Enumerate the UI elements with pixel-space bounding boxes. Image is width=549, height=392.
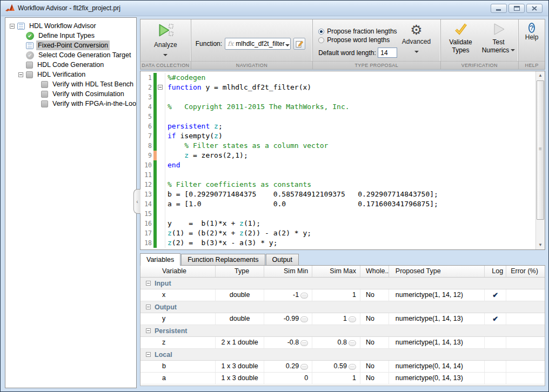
ellipsis-button[interactable]: ··· (300, 293, 308, 299)
code-line[interactable]: 12% Filter coefficients as constants (140, 180, 535, 190)
maximize-button[interactable] (508, 4, 525, 13)
scroll-down-icon[interactable]: ▼ (536, 241, 545, 249)
tree-item[interactable]: HDL Verification (5, 70, 136, 79)
tree-item[interactable]: Fixed-Point Conversion (5, 40, 136, 50)
log-cell[interactable]: ✔ (485, 313, 506, 325)
collapse-group-icon[interactable] (146, 328, 151, 333)
code-line[interactable]: 14a = [1.0 0.0 0.171600341796875]; (140, 199, 535, 209)
scrollbar-thumb[interactable] (537, 80, 544, 220)
tree-item[interactable]: ✔Define Input Types (5, 31, 136, 40)
code-line[interactable]: 3 (140, 92, 535, 102)
code-line[interactable]: 16y = b(1)*x + z(1); (140, 219, 535, 228)
tree-item[interactable]: Verify with FPGA-in-the-Loop (5, 99, 136, 109)
code-line[interactable]: 4% Copyright 2011-2015 The MathWorks, In… (140, 102, 535, 112)
table-row[interactable]: xdouble-1···1Nonumerictype(1, 14, 12)✔ (140, 289, 545, 301)
radio-selected-icon[interactable] (318, 29, 324, 35)
collapse-group-icon[interactable] (146, 281, 151, 286)
column-header[interactable]: Type (216, 266, 265, 277)
column-header[interactable]: Whole... (360, 266, 389, 277)
tree-item[interactable]: HDL Workflow Advisor (5, 21, 136, 31)
log-cell[interactable] (485, 337, 506, 348)
code-line[interactable]: 7if isempty(z) (140, 131, 535, 141)
tab-function-replacements[interactable]: Function Replacements (181, 254, 265, 265)
log-check-icon[interactable]: ✔ (492, 291, 498, 299)
validate-types-button[interactable]: Validate Types (442, 23, 480, 54)
expander-minus-icon[interactable] (10, 24, 15, 29)
code-line[interactable]: 1%#codegen (140, 73, 535, 83)
tree-item[interactable]: Verify with HDL Test Bench (5, 79, 136, 89)
edit-function-button[interactable] (293, 38, 305, 50)
code-line[interactable]: 9 z = zeros(2,1); (140, 151, 535, 160)
code-line[interactable]: 8 % Filter states as a column vector (140, 141, 535, 151)
ellipsis-button[interactable]: ··· (300, 316, 308, 322)
tree-item-label[interactable]: Verify with Cosimulation (51, 89, 126, 99)
column-header[interactable]: Log (485, 266, 506, 277)
advanced-button[interactable]: ⚙ Advanced (397, 23, 436, 55)
table-row[interactable]: b1 x 3 double0.29···0.59···Nonumerictype… (140, 361, 545, 373)
column-header[interactable]: Proposed Type (389, 266, 485, 277)
collapse-panel-button[interactable]: ‹ (133, 189, 140, 214)
column-header[interactable]: Error (%) (506, 266, 545, 277)
code-line[interactable]: 5 (140, 112, 535, 121)
column-header[interactable]: Sim Max (312, 266, 360, 277)
tab-output[interactable]: Output (266, 254, 299, 265)
ellipsis-button[interactable]: ··· (300, 364, 308, 370)
group-row-input[interactable]: Input (140, 278, 545, 289)
tree-item[interactable]: ✔Select Code Generation Target (5, 50, 136, 60)
group-row-output[interactable]: Output (140, 301, 545, 313)
radio-propose-word-lengths[interactable]: Propose word lengths (318, 36, 397, 44)
function-dropdown[interactable]: fx mlhdlc_df2t_filter (225, 38, 291, 50)
column-header[interactable]: Sim Min (264, 266, 312, 277)
code-line[interactable]: 13b = [0.29290771484375 0.58578491210937… (140, 190, 535, 199)
tree-item[interactable]: Verify with Cosimulation (5, 89, 136, 99)
collapse-group-icon[interactable] (146, 352, 151, 357)
tree-item-label[interactable]: HDL Workflow Advisor (28, 21, 98, 31)
tree-item-label[interactable]: Fixed-Point Conversion (36, 40, 110, 50)
table-row[interactable]: ydouble-0.99···1···Nonumerictype(1, 14, … (140, 313, 545, 325)
column-header[interactable]: Variable (140, 266, 216, 277)
default-word-length-input[interactable] (378, 48, 397, 58)
title-bar[interactable]: Workflow Advisor - flt2fix_project.prj (1, 1, 548, 16)
code-line[interactable]: 11 (140, 170, 535, 180)
test-numerics-button[interactable]: Test Numerics (480, 23, 518, 54)
code-line[interactable]: 18z(2) = b(3)*x - a(3) * y; (140, 238, 535, 248)
code-fold-icon[interactable] (157, 83, 165, 92)
ellipsis-button[interactable]: ··· (349, 364, 356, 370)
radio-unselected-icon[interactable] (318, 37, 324, 43)
code-line[interactable]: 15 (140, 209, 535, 219)
table-row[interactable]: z2 x 1 double-0.8···0.8···Nonumerictype(… (140, 337, 545, 349)
editor-vertical-scrollbar[interactable]: ▲ ▼ (535, 71, 545, 249)
code-line[interactable]: 17z(1) = (b(2)*x + z(2)) - a(2) * y; (140, 228, 535, 238)
analyze-button[interactable]: Analyze (140, 23, 191, 58)
code-lines[interactable]: 1%#codegen2function y = mlhdlc_df2t_filt… (140, 71, 535, 249)
expander-minus-icon[interactable] (18, 72, 23, 77)
log-check-icon[interactable]: ✔ (492, 315, 498, 323)
log-cell[interactable] (485, 361, 506, 372)
help-button[interactable]: ? Help (519, 23, 545, 41)
group-row-local[interactable]: Local (140, 349, 545, 361)
radio-propose-fraction-lengths[interactable]: Propose fraction lengths (318, 27, 397, 36)
ellipsis-button[interactable]: ··· (349, 316, 356, 322)
log-cell[interactable] (485, 373, 506, 384)
code-line[interactable]: 2function y = mlhdlc_df2t_filter(x) (140, 83, 535, 92)
table-row[interactable]: a1 x 3 double01Nonumerictype(0, 14, 13) (140, 373, 545, 384)
tree-item-label[interactable]: Select Code Generation Target (37, 50, 132, 60)
group-row-persistent[interactable]: Persistent (140, 325, 545, 337)
collapse-group-icon[interactable] (146, 305, 151, 309)
chevron-down-icon[interactable] (285, 39, 290, 49)
tree-item-label[interactable]: Verify with FPGA-in-the-Loop (51, 99, 137, 109)
tree-item-label[interactable]: Verify with HDL Test Bench (51, 79, 135, 89)
log-cell[interactable]: ✔ (485, 289, 506, 301)
ellipsis-button[interactable]: ··· (349, 340, 356, 346)
scroll-up-icon[interactable]: ▲ (536, 71, 545, 80)
close-button[interactable] (526, 4, 543, 13)
minimize-button[interactable] (491, 4, 507, 13)
tree-item-label[interactable]: HDL Code Generation (36, 60, 105, 70)
tree-item-label[interactable]: Define Input Types (37, 31, 96, 40)
tab-variables[interactable]: Variables (140, 253, 180, 266)
tree-item[interactable]: HDL Code Generation (5, 60, 136, 70)
code-line[interactable]: 10end (140, 160, 535, 170)
tree-item-label[interactable]: HDL Verification (36, 70, 87, 79)
ellipsis-button[interactable]: ··· (300, 340, 308, 346)
code-line[interactable]: 6persistent z; (140, 121, 535, 131)
